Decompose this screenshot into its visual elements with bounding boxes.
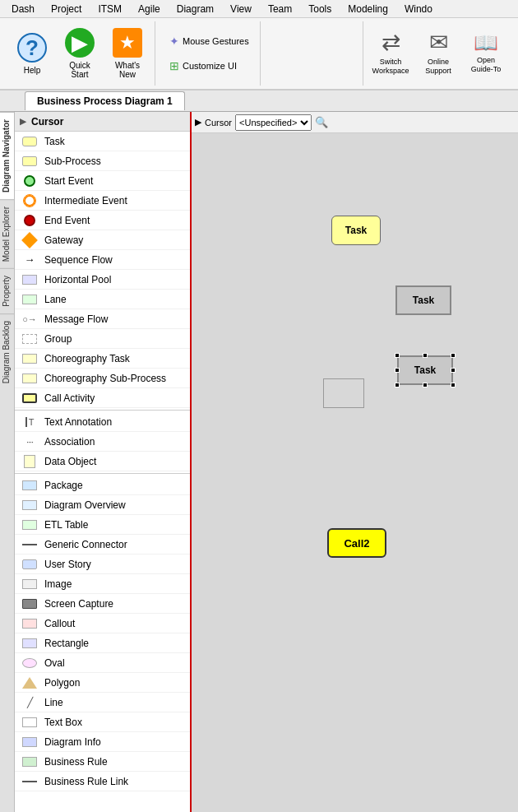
handle-mr[interactable]	[451, 368, 456, 373]
palette-item-group[interactable]: Group	[15, 329, 190, 349]
palette-item-lane[interactable]: Lane	[15, 290, 190, 309]
search-icon[interactable]: 🔍	[315, 116, 328, 128]
palette-item-callout[interactable]: Callout	[15, 614, 190, 633]
handle-bl[interactable]	[395, 383, 400, 387]
task-icon	[21, 135, 38, 148]
palette-item-end-event[interactable]: End Event	[15, 211, 190, 230]
palette-item-package[interactable]: Package	[15, 476, 190, 495]
handle-ml[interactable]	[395, 368, 400, 373]
palette-item-association[interactable]: ···· Association	[15, 432, 190, 452]
mouse-gestures-icon: ✦	[169, 35, 179, 48]
menu-diagram[interactable]: Diagram	[169, 2, 222, 16]
palette-item-diagram-info[interactable]: Diagram Info	[15, 732, 190, 752]
tab-bpd1[interactable]: Business Process Diagram 1	[25, 91, 185, 110]
palette-item-task[interactable]: Task	[15, 132, 190, 151]
palette-item-etl-table[interactable]: ETL Table	[15, 515, 190, 535]
gateway-icon	[21, 234, 38, 247]
canvas-area: ▶ Cursor <Unspecified> 🔍 Task Task Task	[192, 112, 518, 812]
diagram-overview-icon	[21, 499, 38, 512]
palette-item-choreography-sub-process[interactable]: Choreography Sub-Process	[15, 369, 190, 388]
palette-item-sequence-flow[interactable]: → Sequence Flow	[15, 250, 190, 270]
handle-tl[interactable]	[395, 353, 400, 358]
menu-project[interactable]: Project	[43, 2, 90, 16]
mouse-gestures-button[interactable]: ✦ Mouse Gestures	[164, 30, 255, 53]
vtab-diagram-backlog[interactable]: Diagram Backlog	[0, 313, 14, 390]
palette-group-label: Group	[44, 333, 72, 345]
open-guide-button[interactable]: 📖 Open Guide-To	[464, 24, 508, 83]
palette-item-text-box[interactable]: Text Box	[15, 712, 190, 732]
palette-item-subprocess[interactable]: Sub-Process	[15, 151, 190, 171]
palette-item-generic-connector[interactable]: Generic Connector	[15, 535, 190, 554]
customize-ui-button[interactable]: ⊞ Customize UI	[164, 54, 255, 77]
palette-image-label: Image	[44, 578, 72, 590]
palette-item-business-rule-link[interactable]: Business Rule Link	[15, 772, 190, 791]
unspecified-dropdown[interactable]: <Unspecified>	[235, 114, 312, 131]
canvas-inner[interactable]: Task Task Task	[192, 133, 518, 812]
horizontal-pool-icon	[21, 273, 38, 286]
palette-item-data-object[interactable]: Data Object	[15, 452, 190, 471]
call2-shape[interactable]: Call2	[327, 528, 386, 558]
quick-start-button[interactable]: ▶ Quick Start	[58, 24, 102, 83]
palette-oval-label: Oval	[44, 657, 65, 669]
palette-horizontal-pool-label: Horizontal Pool	[44, 274, 111, 285]
palette-item-line[interactable]: ╱ Line	[15, 693, 190, 712]
palette-screen-capture-label: Screen Capture	[44, 598, 113, 610]
menu-itsm[interactable]: ITSM	[90, 2, 130, 16]
etl-table-icon	[21, 518, 38, 531]
palette-item-diagram-overview[interactable]: Diagram Overview	[15, 495, 190, 515]
tab-row: Business Process Diagram 1	[0, 90, 518, 112]
handle-tr[interactable]	[451, 353, 456, 358]
palette-panel: ▶ Cursor Task Sub-Process Start Event In…	[15, 112, 192, 812]
palette-item-choreography-task[interactable]: Choreography Task	[15, 349, 190, 369]
empty-rect-shape[interactable]	[323, 378, 364, 408]
palette-item-text-annotation[interactable]: T Text Annotation	[15, 412, 190, 432]
menu-agile[interactable]: Agile	[130, 2, 169, 16]
menu-team[interactable]: Team	[260, 2, 300, 16]
task-shape-2[interactable]: Task	[395, 285, 451, 315]
handle-tm[interactable]	[423, 353, 428, 358]
vtab-diagram-navigator[interactable]: Diagram Navigator	[0, 112, 14, 199]
palette-item-rectangle[interactable]: Rectangle	[15, 633, 190, 653]
palette-item-polygon[interactable]: Polygon	[15, 673, 190, 693]
customize-ui-icon: ⊞	[169, 59, 179, 72]
open-guide-label: Open Guide-To	[466, 56, 506, 74]
palette-item-oval[interactable]: Oval	[15, 653, 190, 673]
vtab-model-explorer[interactable]: Model Explorer	[0, 199, 14, 268]
menu-dash[interactable]: Dash	[3, 2, 43, 16]
palette-item-business-rule[interactable]: Business Rule	[15, 752, 190, 772]
help-icon: ?	[17, 33, 47, 63]
palette-item-call-activity[interactable]: Call Activity	[15, 388, 190, 408]
palette-item-start-event[interactable]: Start Event	[15, 171, 190, 191]
palette-item-image[interactable]: Image	[15, 574, 190, 594]
menu-tools[interactable]: Tools	[300, 2, 340, 16]
screen-capture-icon	[21, 597, 38, 610]
palette-item-gateway[interactable]: Gateway	[15, 230, 190, 250]
online-support-button[interactable]: ✉ Online Support	[416, 24, 460, 83]
cursor-text: Cursor	[205, 118, 232, 128]
palette-item-user-story[interactable]: User Story	[15, 554, 190, 574]
menu-window[interactable]: Windo	[396, 2, 441, 16]
menu-view[interactable]: View	[222, 2, 260, 16]
palette-etl-table-label: ETL Table	[44, 519, 88, 531]
palette-item-horizontal-pool[interactable]: Horizontal Pool	[15, 270, 190, 290]
customize-ui-label: Customize UI	[183, 61, 237, 71]
menu-modeling[interactable]: Modeling	[340, 2, 396, 16]
package-icon	[21, 479, 38, 492]
palette-text-box-label: Text Box	[44, 717, 82, 728]
handle-br[interactable]	[451, 383, 456, 387]
task2-label: Task	[413, 295, 434, 306]
diagram-info-icon	[21, 735, 38, 749]
handle-bm[interactable]	[423, 383, 428, 387]
rectangle-icon	[21, 637, 38, 650]
task-shape-3[interactable]: Task	[397, 355, 453, 385]
whats-new-button[interactable]: ★ What's New	[105, 24, 150, 83]
task-shape-1[interactable]: Task	[331, 216, 381, 245]
palette-choreography-task-label: Choreography Task	[44, 353, 130, 364]
vtab-property[interactable]: Property	[0, 268, 14, 313]
palette-item-intermediate-event[interactable]: Intermediate Event	[15, 191, 190, 211]
palette-item-message-flow[interactable]: ○→ Message Flow	[15, 309, 190, 329]
palette-item-screen-capture[interactable]: Screen Capture	[15, 594, 190, 614]
palette-header-label: Cursor	[31, 116, 63, 128]
switch-workspace-button[interactable]: ⇄ Switch Workspace	[368, 24, 413, 83]
help-button[interactable]: ? Help	[10, 24, 54, 83]
